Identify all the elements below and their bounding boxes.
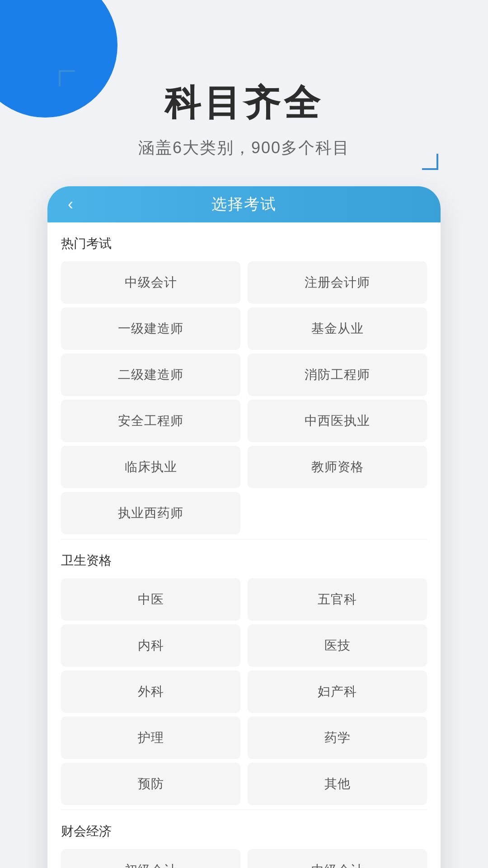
exam-btn-mid-accounting[interactable]: 中级会计 (61, 261, 240, 304)
exam-btn-other[interactable]: 其他 (248, 763, 427, 805)
exam-btn-fire-eng[interactable]: 消防工程师 (248, 354, 427, 396)
exam-btn-fund[interactable]: 基金从业 (248, 307, 427, 350)
exam-btn-junior-accounting[interactable]: 初级会计 (61, 849, 240, 868)
header-section: 科目齐全 涵盖6大类别，900多个科目 (0, 0, 488, 186)
health-cert-grid-row2: 内科 医技 (61, 624, 427, 667)
hot-exams-grid-row6: 执业西药师 (61, 492, 427, 534)
health-cert-grid-row4: 护理 药学 (61, 717, 427, 759)
exam-btn-pharmacy[interactable]: 药学 (248, 717, 427, 759)
back-button[interactable]: ‹ (61, 190, 80, 218)
exam-btn-internal-med[interactable]: 内科 (61, 624, 240, 667)
sub-title: 涵盖6大类别，900多个科目 (0, 137, 488, 159)
nav-bar: ‹ 选择考试 (47, 186, 441, 222)
exam-btn-obstetrics[interactable]: 妇产科 (248, 670, 427, 713)
exam-btn-chn-west-med[interactable]: 中西医执业 (248, 400, 427, 442)
exam-btn-surgery[interactable]: 外科 (61, 670, 240, 713)
section-hot-exams-header: 热门考试 (61, 222, 427, 261)
hot-exams-grid-row5: 临床执业 教师资格 (61, 446, 427, 488)
hot-exams-grid-row2: 一级建造师 基金从业 (61, 307, 427, 350)
health-cert-grid-row1: 中医 五官科 (61, 578, 427, 621)
hot-exams-grid-row1: 中级会计 注册会计师 (61, 261, 427, 304)
health-cert-grid-row3: 外科 妇产科 (61, 670, 427, 713)
section-finance-econ-header: 财会经济 (61, 810, 427, 849)
exam-btn-first-builder[interactable]: 一级建造师 (61, 307, 240, 350)
health-cert-grid-row5: 预防 其他 (61, 763, 427, 805)
exam-btn-tcm[interactable]: 中医 (61, 578, 240, 621)
nav-title: 选择考试 (211, 194, 277, 215)
phone-mockup-wrapper: ‹ 选择考试 热门考试 中级会计 注册会计师 一级建造师 基金从业 二级建造师 … (0, 186, 488, 868)
exam-btn-second-builder[interactable]: 二级建造师 (61, 354, 240, 396)
exam-btn-cpa[interactable]: 注册会计师 (248, 261, 427, 304)
exam-btn-safety-eng[interactable]: 安全工程师 (61, 400, 240, 442)
hot-exams-grid-row4: 安全工程师 中西医执业 (61, 400, 427, 442)
exam-btn-west-pharmacist[interactable]: 执业西药师 (61, 492, 240, 534)
exam-btn-prevention[interactable]: 预防 (61, 763, 240, 805)
finance-econ-grid-row1: 初级会计 中级会计 (61, 849, 427, 868)
phone-mockup: ‹ 选择考试 热门考试 中级会计 注册会计师 一级建造师 基金从业 二级建造师 … (47, 186, 441, 868)
content-area: 热门考试 中级会计 注册会计师 一级建造师 基金从业 二级建造师 消防工程师 安… (47, 222, 441, 868)
exam-btn-teacher-cert[interactable]: 教师资格 (248, 446, 427, 488)
exam-btn-nursing[interactable]: 护理 (61, 717, 240, 759)
section-health-cert-header: 卫生资格 (61, 539, 427, 578)
main-title: 科目齐全 (0, 79, 488, 128)
exam-btn-med-tech[interactable]: 医技 (248, 624, 427, 667)
exam-btn-ent[interactable]: 五官科 (248, 578, 427, 621)
exam-btn-clinical[interactable]: 临床执业 (61, 446, 240, 488)
hot-exams-grid-row3: 二级建造师 消防工程师 (61, 354, 427, 396)
exam-btn-mid-accounting2[interactable]: 中级会计 (248, 849, 427, 868)
